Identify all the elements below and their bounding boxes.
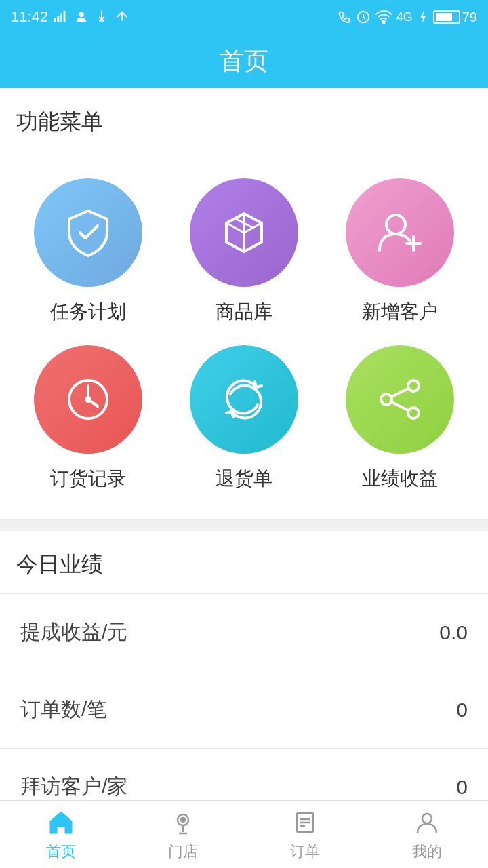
shield-check-icon [61, 205, 115, 260]
menu-item-product-store[interactable]: 商品库 [169, 178, 319, 325]
menu-item-order-record[interactable]: 订货记录 [14, 345, 163, 492]
svg-point-15 [408, 380, 419, 391]
nav-label-home: 首页 [46, 842, 76, 862]
menu-label-return-order: 退货单 [216, 466, 272, 492]
svg-line-18 [392, 389, 408, 397]
mine-icon [412, 808, 442, 837]
clock-status-icon [356, 9, 371, 24]
performance-section-header: 今日业绩 [0, 531, 488, 594]
menu-label-task-plan: 任务计划 [50, 299, 126, 325]
battery-bolt-icon [417, 9, 429, 24]
nav-label-store: 门店 [168, 842, 198, 862]
menu-grid: 任务计划 商品库 [0, 151, 488, 519]
nav-item-store[interactable]: 门店 [122, 801, 244, 868]
menu-label-product-store: 商品库 [216, 299, 272, 325]
svg-point-22 [181, 818, 185, 822]
person-icon [74, 9, 89, 24]
store-icon [168, 808, 198, 837]
perf-label-commission: 提成收益/元 [20, 618, 127, 646]
menu-circle-task-plan [34, 178, 142, 287]
top-bar: 首页 [0, 34, 488, 88]
svg-line-19 [392, 402, 408, 410]
svg-point-17 [408, 408, 419, 418]
menu-item-return-order[interactable]: 退货单 [169, 345, 319, 492]
svg-rect-2 [60, 14, 62, 22]
wifi-icon [375, 9, 392, 24]
menu-label-order-record: 订货记录 [50, 466, 126, 492]
menu-item-performance[interactable]: 业绩收益 [325, 345, 474, 492]
perf-value-commission: 0.0 [439, 621, 468, 644]
perf-value-order-count: 0 [456, 698, 468, 722]
status-time: 11:42 [11, 8, 48, 26]
battery-level: 79 [462, 9, 477, 25]
order-icon [290, 808, 320, 837]
perf-label-order-count: 订单数/笔 [20, 696, 107, 724]
menu-label-add-customer: 新增客户 [362, 299, 438, 325]
bottom-nav: 首页 门店 订单 我的 [0, 800, 488, 868]
status-bar: 11:42 4G 79 [0, 0, 488, 34]
svg-marker-7 [420, 11, 425, 23]
svg-point-6 [382, 21, 385, 24]
clock-icon [61, 372, 115, 427]
menu-circle-performance [346, 345, 454, 454]
svg-point-16 [381, 394, 392, 405]
main-content: 功能菜单 任务计划 [0, 88, 488, 868]
network-type: 4G [396, 10, 413, 24]
svg-point-8 [386, 215, 405, 234]
perf-row-commission: 提成收益/元 0.0 [0, 594, 488, 671]
menu-section-header: 功能菜单 [0, 88, 488, 151]
svg-point-14 [86, 397, 90, 401]
svg-point-4 [79, 12, 83, 17]
user-add-icon [373, 205, 427, 260]
svg-marker-20 [50, 812, 72, 833]
perf-row-order-count: 订单数/笔 0 [0, 671, 488, 749]
menu-label-performance: 业绩收益 [362, 466, 438, 492]
battery-indicator: 79 [433, 9, 477, 25]
nav-item-mine[interactable]: 我的 [366, 801, 488, 868]
menu-item-task-plan[interactable]: 任务计划 [14, 178, 163, 325]
menu-circle-order-record [34, 345, 142, 454]
nav-label-mine: 我的 [412, 842, 442, 862]
perf-value-visit-customer: 0 [456, 776, 468, 799]
menu-circle-add-customer [346, 178, 454, 287]
svg-rect-1 [58, 16, 60, 22]
menu-circle-product-store [190, 178, 298, 287]
menu-item-add-customer[interactable]: 新增客户 [325, 178, 474, 325]
share-icon [373, 372, 427, 427]
status-right: 4G 79 [337, 9, 477, 25]
nav-item-order[interactable]: 订单 [244, 801, 366, 868]
svg-point-27 [422, 814, 432, 823]
box-icon [217, 205, 271, 260]
upload-icon [115, 9, 129, 24]
menu-circle-return-order [190, 345, 298, 454]
svg-rect-0 [54, 18, 56, 22]
refresh-icon [217, 372, 271, 427]
nav-label-order: 订单 [290, 842, 320, 862]
home-icon [46, 808, 76, 837]
signal-icon [54, 9, 68, 24]
usb-icon [94, 9, 109, 24]
section-divider [0, 519, 488, 531]
perf-label-visit-customer: 拜访客户/家 [20, 773, 127, 801]
svg-rect-3 [64, 11, 66, 22]
page-title: 首页 [220, 45, 268, 78]
phone-icon [337, 9, 352, 24]
nav-item-home[interactable]: 首页 [0, 801, 122, 868]
status-left: 11:42 [11, 8, 129, 26]
